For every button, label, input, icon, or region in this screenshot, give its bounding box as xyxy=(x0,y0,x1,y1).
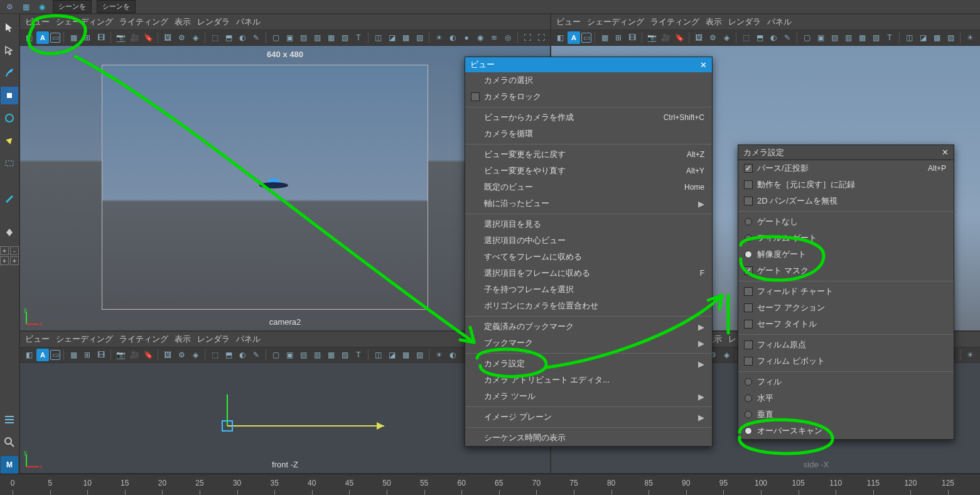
marquee-tool[interactable] xyxy=(1,155,18,172)
p5[interactable]: ▦ xyxy=(325,349,337,361)
grid-icon[interactable]: ▦ xyxy=(67,31,80,44)
p7[interactable]: T xyxy=(352,349,365,361)
film2-icon[interactable]: 🎥 xyxy=(128,349,141,361)
scene-button-b[interactable]: シーンを xyxy=(97,0,136,13)
render-icon[interactable]: ⚙ xyxy=(175,31,188,44)
iso-icon[interactable]: ⬚ xyxy=(740,31,752,44)
camera-select-icon[interactable]: ◧ xyxy=(23,31,35,44)
menu-panels[interactable]: パネル xyxy=(236,334,261,345)
p2[interactable]: ▣ xyxy=(283,349,296,361)
tex-icon[interactable]: ▩ xyxy=(399,349,412,361)
p4[interactable]: ▥ xyxy=(311,31,323,44)
menu-lighting[interactable]: ライティング xyxy=(119,16,168,28)
shaded-cube-icon[interactable]: ◪ xyxy=(917,31,929,44)
p3[interactable]: ▤ xyxy=(828,31,841,44)
camera-select-icon[interactable]: ◧ xyxy=(23,349,35,361)
menu-shading[interactable]: シェーディング xyxy=(56,16,113,28)
ao-icon[interactable]: ● xyxy=(460,31,473,44)
isolate-icon[interactable]: ⬒ xyxy=(222,31,235,44)
menu-item[interactable]: カメラを循環 xyxy=(465,126,712,142)
menu-shading[interactable]: シェーディング xyxy=(587,16,644,28)
a[interactable]: A xyxy=(568,31,580,44)
scale-tool[interactable] xyxy=(1,132,18,150)
menu-item[interactable]: ポリゴンにカメラを位置合わせ xyxy=(465,298,712,314)
menu-show[interactable]: 表示 xyxy=(175,334,191,345)
scene-button-a[interactable]: シーンを xyxy=(53,0,92,13)
grid-icon[interactable]: ▦ xyxy=(598,31,611,44)
maya-icon[interactable]: M xyxy=(1,456,18,474)
lasso-tool[interactable] xyxy=(1,41,18,59)
menu-item[interactable]: 解像度ゲート xyxy=(738,246,954,263)
res-gate-icon[interactable]: ▭ xyxy=(50,350,60,360)
render-icon[interactable]: ⚙ xyxy=(706,31,719,44)
isolate-icon[interactable]: ⬒ xyxy=(222,349,235,361)
select-tool[interactable] xyxy=(1,19,18,36)
wire-icon[interactable]: ◈ xyxy=(720,31,733,44)
menu-item[interactable]: ビューからカメラを作成Ctrl+Shift+C xyxy=(465,109,712,126)
menu-item[interactable]: カメラ アトリビュート エディタ... xyxy=(465,372,712,388)
p3[interactable]: ▤ xyxy=(297,349,310,361)
wire-icon[interactable]: ◈ xyxy=(189,31,202,44)
layout-grid[interactable]: +-++ xyxy=(0,246,19,265)
ufo-object[interactable] xyxy=(259,178,288,190)
p1[interactable]: ▢ xyxy=(800,31,813,44)
cam-icon[interactable]: 📷 xyxy=(114,349,127,361)
menu-item[interactable]: シーケンス時間の表示 xyxy=(465,430,712,446)
move-tool[interactable] xyxy=(1,87,18,104)
menu-item[interactable]: ビュー変更を元に戻すAlt+Z xyxy=(465,146,712,163)
bookmark-icon[interactable]: 🔖 xyxy=(142,31,154,44)
cam-icon[interactable]: 📷 xyxy=(114,31,127,44)
tex-icon[interactable]: ▩ xyxy=(930,31,943,44)
menu-item[interactable]: カメラ設定▶ xyxy=(465,356,712,372)
light-icon[interactable]: ☀ xyxy=(964,349,976,361)
a[interactable]: A xyxy=(36,31,49,44)
p4[interactable]: ▥ xyxy=(311,349,323,361)
move-manipulator[interactable] xyxy=(208,388,397,432)
menu-render[interactable]: レンダラ xyxy=(728,16,761,28)
img-icon[interactable]: 🖼 xyxy=(692,31,705,44)
p4[interactable]: ▥ xyxy=(842,31,854,44)
dof-icon[interactable]: ◎ xyxy=(502,31,514,44)
close-icon[interactable]: ✕ xyxy=(700,60,707,70)
xray-icon[interactable]: ◐ xyxy=(236,31,249,44)
menu-shading[interactable]: シェーディング xyxy=(56,334,113,345)
menu-item[interactable]: フィルム原点 xyxy=(738,337,954,353)
menu-item[interactable]: フィルム ピボット xyxy=(738,353,954,369)
cube-icon[interactable]: ◫ xyxy=(372,31,384,44)
menu-item[interactable]: 既定のビューHome xyxy=(465,179,712,195)
p2[interactable]: ▣ xyxy=(283,31,296,44)
menu-item[interactable]: 選択項目をフレームに収めるF xyxy=(465,265,712,281)
menu-item[interactable]: イメージ プレーン▶ xyxy=(465,409,712,425)
shadow-icon[interactable]: ◐ xyxy=(977,31,980,44)
brush-tool[interactable] xyxy=(1,64,18,82)
menu-item[interactable]: 垂直 xyxy=(738,406,954,423)
menu-view[interactable]: ビュー xyxy=(25,334,50,345)
search-icon[interactable] xyxy=(1,433,18,451)
cube-icon[interactable]: ◫ xyxy=(372,349,384,361)
shadow-icon[interactable]: ◐ xyxy=(446,31,459,44)
keyframe-play-icon[interactable]: ◉ xyxy=(36,1,48,13)
ms-icon[interactable]: ◉ xyxy=(474,31,487,44)
shaded-cube-icon[interactable]: ◪ xyxy=(385,31,398,44)
checker-icon[interactable]: ▨ xyxy=(413,349,426,361)
res-gate-icon[interactable]: ▭ xyxy=(581,33,591,43)
menu-item[interactable]: 水平 xyxy=(738,390,954,406)
gate-icon[interactable]: ⊞ xyxy=(612,31,625,44)
menu-item[interactable]: セーフ アクション xyxy=(738,300,954,316)
p1[interactable]: ▢ xyxy=(269,349,282,361)
menu-lighting[interactable]: ライティング xyxy=(119,334,168,345)
menu-lighting[interactable]: ライティング xyxy=(650,16,699,28)
menu-panels[interactable]: パネル xyxy=(236,16,261,28)
menu-item[interactable]: オーバースキャン xyxy=(738,423,954,439)
shelf-grid-icon[interactable]: ▦ xyxy=(20,1,31,13)
wire-icon[interactable]: ◈ xyxy=(189,349,202,361)
tex-icon[interactable]: ▩ xyxy=(399,31,412,44)
menu-item[interactable]: セーフ タイトル xyxy=(738,316,954,332)
p2[interactable]: ▣ xyxy=(814,31,827,44)
menu-item[interactable]: すべてをフレームに収める xyxy=(465,249,712,265)
snap-tool[interactable] xyxy=(1,224,18,241)
menu-panels[interactable]: パネル xyxy=(767,16,792,28)
expand-icon[interactable]: ⛶ xyxy=(521,31,534,44)
annotate-tool[interactable] xyxy=(1,190,18,207)
menu-item[interactable]: ブックマーク▶ xyxy=(465,335,712,351)
